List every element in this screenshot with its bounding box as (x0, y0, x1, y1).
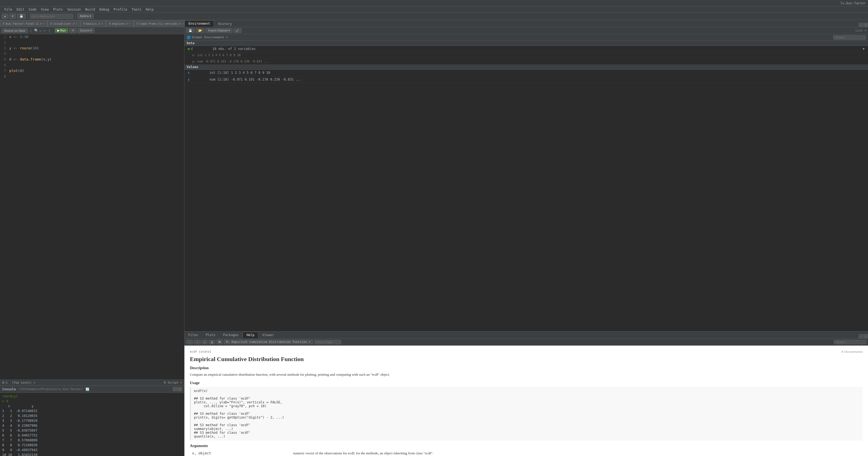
tab-environment[interactable]: Environment (184, 20, 214, 27)
line-number: 8 (1, 74, 9, 80)
env-tab-bar: Environment History − □ (184, 20, 868, 27)
print-button[interactable]: 🖨 (209, 340, 215, 344)
menu-profile[interactable]: Profile (112, 8, 130, 11)
console-row-8: 8 8 0.72108930 (2, 443, 182, 448)
tab-history[interactable]: History (214, 20, 236, 27)
env-row-x[interactable]: x int [1:10] 1 2 3 4 5 6 7 8 9 10 (184, 70, 868, 76)
console-row-4: 4 4 0.23887906 (2, 423, 182, 428)
tab-icon-2: R (51, 22, 52, 25)
run-button[interactable]: ▶ Run (55, 28, 68, 33)
main-layout: R bus-factor-final-2.r × R visualiser.r … (0, 20, 868, 456)
code-line-8: 8 (0, 74, 184, 80)
console-minimize[interactable]: − (173, 387, 177, 391)
home-button[interactable]: ⌂ (202, 340, 208, 344)
toolbar-separator-2 (75, 14, 75, 19)
env-row-y[interactable]: y num [1:10] -0.971 0.191 -0.178 0.239 -… (184, 77, 868, 83)
source-button[interactable]: Source ▾ (78, 28, 94, 33)
menu-debug[interactable]: Debug (97, 8, 111, 11)
refresh-icon[interactable]: 🔄 (86, 387, 90, 391)
code-editor[interactable]: 1 x <- 1:10 2 3 y <- rnorm(10) 4 5 d <- … (0, 34, 184, 379)
console-prompt-d: > d (2, 399, 182, 404)
env-search-input[interactable] (833, 35, 866, 40)
arg-name-x-object: x, object (190, 450, 291, 456)
save-env-btn[interactable]: 💾 (186, 28, 195, 33)
load-env-btn[interactable]: 📂 (196, 28, 205, 33)
addins-button[interactable]: Addins ▾ (77, 13, 94, 19)
env-row-d[interactable]: ● d 10 obs. of 2 variables ▶ (184, 46, 868, 52)
help-location-text: R: Empirical Cumulative Distribution Fun… (226, 340, 311, 344)
console-maximize[interactable]: □ (178, 387, 182, 391)
save-button[interactable]: 💾 (17, 13, 26, 19)
tab-plots[interactable]: Plots (202, 332, 219, 338)
env-toolbar: 💾 📂 Import Dataset ▾ 🖊 List ▾ (184, 27, 868, 34)
tab-explore[interactable]: R explore.r × (106, 20, 134, 27)
go-to-file-input[interactable] (30, 14, 73, 19)
import-dataset-btn[interactable]: Import Dataset ▾ (206, 28, 232, 33)
env-maximize[interactable]: □ (864, 23, 868, 27)
tab-close-3[interactable]: × (101, 22, 103, 25)
tab-label-4: explore.r (112, 22, 128, 26)
menu-build[interactable]: Build (83, 8, 97, 11)
source-on-save-button[interactable]: Source on Save (2, 29, 28, 33)
format-icon[interactable]: ✏️ (40, 29, 42, 33)
help-location-bar[interactable]: R: Empirical Cumulative Distribution Fun… (224, 340, 313, 344)
tab-close-4[interactable]: × (129, 22, 131, 25)
tab-bus-factor-final[interactable]: R bus-factor-final-2.r × (0, 20, 48, 27)
tab-close-5[interactable]: × (182, 22, 183, 25)
menu-plots[interactable]: Plots (51, 8, 65, 11)
console-title: Console (2, 387, 16, 391)
expand-btn-d[interactable]: ▶ (863, 47, 865, 52)
tab-close-2[interactable]: × (76, 22, 77, 25)
tab-help[interactable]: Help (243, 332, 258, 338)
help-search-input[interactable] (834, 340, 866, 344)
tab-packages[interactable]: Packages (219, 332, 243, 338)
menu-tools[interactable]: Tools (129, 8, 144, 11)
env-row-d-x: x: int 1 2 3 4 5 6 7 8 9 10 (184, 52, 868, 59)
help-toolbar: ← → ⌂ 🖨 ⊠ R: Empirical Cumulative Distri… (184, 338, 868, 345)
menu-session[interactable]: Session (65, 8, 83, 11)
menu-help[interactable]: Help (144, 8, 156, 11)
script-type: R Script ÷ (164, 381, 182, 385)
clear-env-btn[interactable]: 🖊 (234, 29, 241, 33)
files-maximize[interactable]: □ (864, 334, 868, 338)
env-row-d-y: y: num -0.971 0.191 -0.178 0.239 -0.831 … (184, 59, 868, 65)
menu-edit[interactable]: Edit (14, 8, 27, 11)
menu-file[interactable]: File (2, 8, 14, 11)
console-row-2: 2 2 0.19129035 (2, 414, 182, 418)
browser-button[interactable]: ⊠ (216, 340, 223, 344)
tab-basics[interactable]: R basics.r × (80, 20, 106, 27)
env-minimize[interactable]: − (859, 23, 863, 27)
help-rdoc-label: R Documentation (841, 350, 863, 353)
tab-load-from-cli[interactable]: R load-from-cli-version.r × (134, 20, 184, 27)
console-body[interactable]: rnorm(y) > d x y 1 1 -0.97146631 2 2 0.1… (0, 393, 184, 456)
tab-files[interactable]: Files (184, 332, 202, 338)
tab-label-3: basics.r (86, 22, 100, 26)
tab-icon: R (3, 22, 5, 25)
help-description-text: Compute an empirical cumulative distribu… (190, 372, 863, 377)
back-button[interactable]: ← (186, 340, 193, 344)
editor-tab-bar: R bus-factor-final-2.r × R visualiser.r … (0, 20, 184, 27)
help-find-input[interactable] (314, 340, 341, 344)
open-file-button[interactable]: ▾ (9, 13, 16, 19)
re-run-button[interactable]: ↺ (69, 28, 76, 33)
code-line-7: 7 plot(d) (0, 68, 184, 74)
help-usage-code: ecdf(x) ## S3 method for class 'ecdf' pl… (190, 387, 863, 440)
new-file-button[interactable]: ● (2, 14, 8, 19)
list-view-label[interactable]: List ▾ (856, 29, 866, 32)
console-row-7: 7 7 0.57060009 (2, 438, 182, 443)
global-env-icon: 🌐 (187, 35, 191, 39)
menu-view[interactable]: View (39, 8, 51, 11)
tab-viewer[interactable]: Viewer (258, 332, 278, 338)
env-var-name-y: y (188, 77, 209, 82)
forward-button[interactable]: → (194, 340, 201, 344)
tab-close[interactable]: × (42, 22, 44, 25)
files-minimize[interactable]: − (859, 334, 863, 338)
more-options-button[interactable]: ⋯ (42, 29, 46, 33)
global-env-label[interactable]: Global Environment ▾ (192, 35, 227, 39)
menu-code[interactable]: Code (27, 8, 39, 11)
search-icon[interactable]: 🔍 (34, 29, 38, 33)
tab-visualiser[interactable]: R visualiser.r × (48, 20, 81, 27)
values-section-header: Values (184, 65, 868, 70)
console-row-5: 5 5 -0.83075847 (2, 428, 182, 433)
console-path: ~/Infonomics/Projects/lv.bus-factor/ (18, 387, 83, 391)
